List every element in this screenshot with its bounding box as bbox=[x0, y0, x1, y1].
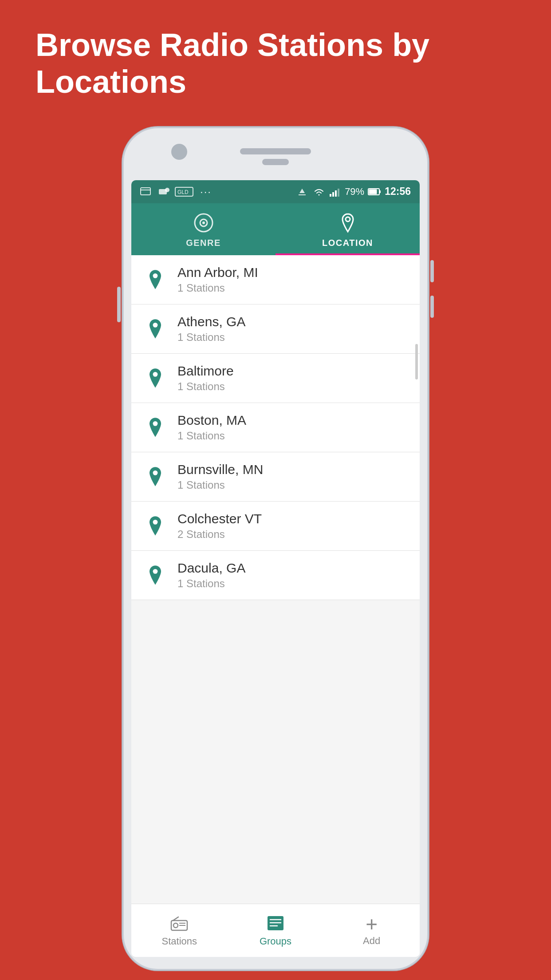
tab-location[interactable]: LOCATION bbox=[276, 203, 420, 255]
notification-icon-3: GLD bbox=[175, 187, 193, 197]
svg-point-18 bbox=[346, 217, 350, 221]
location-count: 1 Stations bbox=[177, 380, 234, 393]
list-item[interactable]: Colchester VT 2 Stations bbox=[131, 502, 420, 551]
download-icon bbox=[296, 187, 308, 197]
svg-point-25 bbox=[153, 569, 158, 574]
list-item[interactable]: Ann Arbor, MI 1 Stations bbox=[131, 255, 420, 304]
notification-icon-1 bbox=[140, 187, 153, 197]
svg-point-22 bbox=[153, 421, 158, 426]
location-count: 1 Stations bbox=[177, 479, 263, 491]
svg-rect-14 bbox=[369, 189, 377, 194]
list-item[interactable]: Baltimore 1 Stations bbox=[131, 354, 420, 403]
status-left: GLD ··· bbox=[140, 186, 212, 198]
wifi-icon bbox=[312, 187, 326, 197]
page-header: Browse Radio Stations by Locations bbox=[0, 0, 551, 118]
location-count: 2 Stations bbox=[177, 528, 262, 541]
location-name: Baltimore bbox=[177, 364, 234, 379]
svg-point-17 bbox=[202, 221, 205, 224]
pin-icon bbox=[144, 514, 167, 537]
location-info: Ann Arbor, MI 1 Stations bbox=[177, 265, 258, 294]
list-item[interactable]: Boston, MA 1 Stations bbox=[131, 403, 420, 452]
svg-point-20 bbox=[153, 323, 158, 328]
location-count: 1 Stations bbox=[177, 331, 245, 344]
phone-frame: GLD ··· bbox=[122, 127, 429, 970]
page-title: Browse Radio Stations by Locations bbox=[35, 27, 516, 100]
list-item[interactable]: Dacula, GA 1 Stations bbox=[131, 551, 420, 600]
location-name: Ann Arbor, MI bbox=[177, 265, 258, 280]
radio-icon bbox=[169, 913, 189, 933]
location-name: Burnsville, MN bbox=[177, 462, 263, 477]
svg-point-21 bbox=[153, 372, 158, 377]
location-tab-label: LOCATION bbox=[322, 238, 373, 248]
phone-sensor bbox=[262, 159, 289, 165]
location-info: Baltimore 1 Stations bbox=[177, 364, 234, 393]
pin-icon bbox=[144, 268, 167, 291]
status-bar: GLD ··· bbox=[131, 180, 420, 203]
status-right: 79% 12:56 bbox=[296, 186, 411, 198]
battery-icon bbox=[368, 187, 381, 197]
add-nav-label: Add bbox=[363, 935, 380, 947]
groups-nav-label: Groups bbox=[260, 936, 291, 947]
svg-rect-11 bbox=[338, 189, 339, 197]
pin-icon bbox=[144, 564, 167, 587]
location-count: 1 Stations bbox=[177, 430, 246, 442]
location-count: 1 Stations bbox=[177, 282, 258, 294]
location-name: Athens, GA bbox=[177, 314, 245, 329]
power-button bbox=[117, 287, 121, 322]
add-icon: + bbox=[362, 914, 382, 933]
groups-icon bbox=[266, 913, 285, 933]
notification-icon-2 bbox=[158, 187, 170, 197]
location-info: Dacula, GA 1 Stations bbox=[177, 561, 245, 590]
svg-point-19 bbox=[153, 273, 158, 278]
svg-rect-8 bbox=[330, 194, 331, 197]
phone-screen: GLD ··· bbox=[131, 180, 420, 957]
tab-genre[interactable]: GENRE bbox=[131, 203, 276, 255]
location-name: Dacula, GA bbox=[177, 561, 245, 576]
battery-percent: 79% bbox=[345, 186, 364, 198]
phone-camera bbox=[171, 144, 187, 160]
svg-text:GLD: GLD bbox=[177, 189, 189, 195]
location-info: Boston, MA 1 Stations bbox=[177, 413, 246, 442]
svg-rect-9 bbox=[332, 192, 334, 197]
location-name: Colchester VT bbox=[177, 511, 262, 526]
location-info: Athens, GA 1 Stations bbox=[177, 314, 245, 344]
genre-tab-label: GENRE bbox=[186, 238, 221, 248]
phone-wrapper: GLD ··· bbox=[122, 118, 429, 980]
location-name: Boston, MA bbox=[177, 413, 246, 428]
list-item[interactable]: Athens, GA 1 Stations bbox=[131, 304, 420, 354]
menu-dots: ··· bbox=[200, 186, 212, 198]
location-tab-icon bbox=[337, 212, 358, 233]
list-item[interactable]: Burnsville, MN 1 Stations bbox=[131, 452, 420, 502]
svg-rect-0 bbox=[141, 188, 150, 195]
location-info: Burnsville, MN 1 Stations bbox=[177, 462, 263, 491]
bottom-nav: Stations Groups + Add bbox=[131, 904, 420, 957]
genre-icon bbox=[193, 212, 214, 233]
scrollbar[interactable] bbox=[415, 344, 418, 379]
location-info: Colchester VT 2 Stations bbox=[177, 511, 262, 541]
nav-stations[interactable]: Stations bbox=[131, 904, 228, 957]
phone-speaker bbox=[240, 148, 311, 154]
svg-point-27 bbox=[173, 923, 178, 928]
location-count: 1 Stations bbox=[177, 577, 245, 590]
pin-icon bbox=[144, 465, 167, 488]
svg-point-3 bbox=[165, 188, 169, 192]
svg-point-24 bbox=[153, 520, 158, 525]
status-time: 12:56 bbox=[385, 186, 411, 198]
pin-icon bbox=[144, 416, 167, 439]
nav-groups[interactable]: Groups bbox=[228, 904, 324, 957]
svg-marker-6 bbox=[299, 189, 305, 193]
volume-up-button bbox=[430, 260, 434, 282]
svg-rect-10 bbox=[335, 190, 337, 197]
signal-icon bbox=[330, 187, 341, 197]
location-list: Ann Arbor, MI 1 Stations Athens, GA 1 St… bbox=[131, 255, 420, 904]
pin-icon bbox=[144, 367, 167, 390]
svg-rect-13 bbox=[379, 190, 381, 193]
volume-down-button bbox=[430, 296, 434, 318]
app-header: GENRE LOCATION bbox=[131, 203, 420, 255]
nav-add[interactable]: + Add bbox=[323, 904, 420, 957]
svg-point-23 bbox=[153, 470, 158, 475]
pin-icon bbox=[144, 317, 167, 340]
stations-nav-label: Stations bbox=[162, 936, 197, 947]
